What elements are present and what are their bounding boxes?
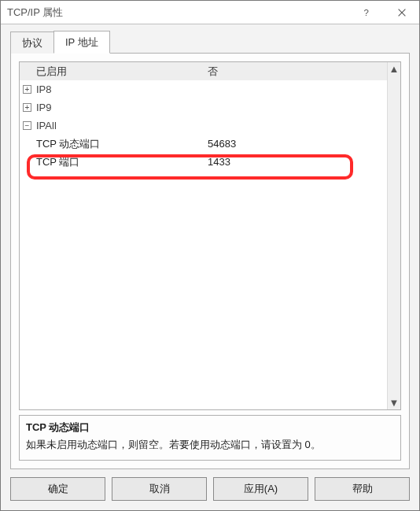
tab-strip: 协议 IP 地址 xyxy=(10,31,410,53)
description-panel: TCP 动态端口 如果未启用动态端口，则留空。若要使用动态端口，请设置为 0。 xyxy=(19,415,401,461)
property-grid-container: 已启用 否 + IP8 + IP9 − IPAll xyxy=(19,61,401,410)
tab-pane: 已启用 否 + IP8 + IP9 − IPAll xyxy=(10,53,410,469)
dynport-label: TCP 动态端口 xyxy=(36,137,208,151)
ipall-label: IPAll xyxy=(36,120,208,131)
description-text: 如果未启用动态端口，则留空。若要使用动态端口，请设置为 0。 xyxy=(26,438,394,452)
svg-text:?: ? xyxy=(363,7,368,17)
client-area: 协议 IP 地址 已启用 否 + IP8 + xyxy=(1,24,419,510)
ok-button[interactable]: 确定 xyxy=(10,477,105,501)
close-icon xyxy=(396,7,407,18)
help-button[interactable]: ? xyxy=(348,1,384,24)
chevron-down-icon: ▼ xyxy=(389,397,400,409)
enabled-label: 已启用 xyxy=(36,65,208,79)
title-bar: TCP/IP 属性 ? xyxy=(1,1,419,24)
row-tcp-dynamic-port[interactable]: TCP 动态端口 54683 xyxy=(20,135,387,153)
row-ip9[interactable]: + IP9 xyxy=(20,98,387,117)
dialog-button-row: 确定 取消 应用(A) 帮助 xyxy=(10,469,410,501)
dynport-value: 54683 xyxy=(208,138,387,150)
enabled-value: 否 xyxy=(208,65,387,79)
scroll-down-button[interactable]: ▼ xyxy=(388,396,401,409)
port-label: TCP 端口 xyxy=(36,155,208,169)
dialog-window: TCP/IP 属性 ? 协议 IP 地址 已启用 否 + xyxy=(0,0,420,511)
row-ip8[interactable]: + IP8 xyxy=(20,80,387,98)
help-label: 帮助 xyxy=(352,482,373,496)
row-tcp-port[interactable]: TCP 端口 1433 xyxy=(20,153,387,171)
port-value: 1433 xyxy=(208,156,387,168)
chevron-up-icon: ▲ xyxy=(389,63,400,75)
tab-protocol-label: 协议 xyxy=(22,37,42,49)
question-icon: ? xyxy=(361,7,372,18)
apply-button[interactable]: 应用(A) xyxy=(213,477,308,501)
apply-label: 应用(A) xyxy=(244,482,278,496)
row-enabled[interactable]: 已启用 否 xyxy=(20,62,387,80)
scroll-up-button[interactable]: ▲ xyxy=(388,62,401,76)
ok-label: 确定 xyxy=(48,482,68,496)
expand-icon[interactable]: + xyxy=(23,85,31,94)
cancel-button[interactable]: 取消 xyxy=(112,477,207,501)
help-button-2[interactable]: 帮助 xyxy=(315,477,410,501)
description-title: TCP 动态端口 xyxy=(26,420,394,435)
cancel-label: 取消 xyxy=(149,482,170,496)
ip9-label: IP9 xyxy=(36,102,208,113)
vertical-scrollbar[interactable]: ▲ ▼ xyxy=(387,62,400,409)
expand-icon[interactable]: + xyxy=(23,103,31,112)
close-button[interactable] xyxy=(384,1,419,24)
collapse-icon[interactable]: − xyxy=(23,121,31,130)
tab-ip-label: IP 地址 xyxy=(65,36,98,48)
ip8-label: IP8 xyxy=(36,83,208,95)
property-grid[interactable]: 已启用 否 + IP8 + IP9 − IPAll xyxy=(20,62,387,409)
tab-protocol[interactable]: 协议 xyxy=(10,31,54,54)
tab-ip-address[interactable]: IP 地址 xyxy=(53,31,110,54)
row-ipall[interactable]: − IPAll xyxy=(20,117,387,135)
title-text: TCP/IP 属性 xyxy=(7,6,348,20)
